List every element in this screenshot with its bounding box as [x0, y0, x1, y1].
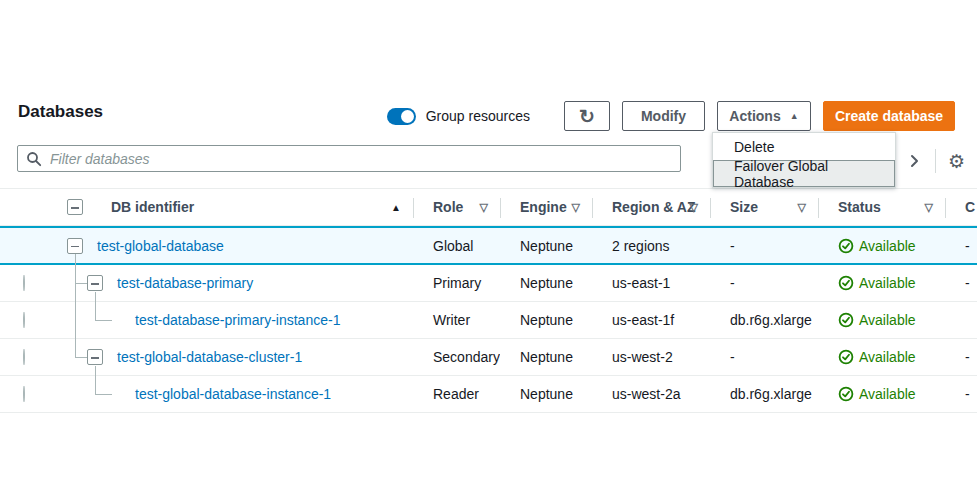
role-cell: Writer [413, 312, 500, 328]
status-badge: Available [859, 238, 916, 254]
header-engine-label: Engine [520, 199, 567, 215]
page-title: Databases [18, 102, 103, 122]
db-link[interactable]: test-database-primary-instance-1 [135, 312, 340, 328]
table-row[interactable]: test-global-database Global Neptune 2 re… [0, 226, 977, 265]
size-cell: db.r6g.xlarge [710, 386, 818, 402]
role-cell: Global [413, 238, 500, 254]
refresh-button[interactable]: ↻ [564, 101, 610, 131]
check-circle-icon [838, 275, 854, 291]
settings-gear-icon[interactable]: ⚙ [944, 152, 969, 171]
filter-databases-searchbox[interactable] [17, 145, 681, 172]
cpu-cell: - [945, 349, 977, 365]
column-divider [500, 198, 501, 218]
status-badge: Available [859, 386, 916, 402]
collapse-row-icon[interactable] [67, 238, 83, 254]
db-link[interactable]: test-global-database-instance-1 [135, 386, 331, 402]
header-size-label: Size [730, 199, 758, 215]
size-cell: - [710, 275, 818, 291]
status-cell: Available [818, 349, 945, 365]
column-divider [945, 198, 946, 218]
check-circle-icon [838, 238, 854, 254]
table-header-row: DB identifier ▲ Role ▽ Engine ▽ Region &… [0, 188, 977, 226]
engine-cell: Neptune [500, 312, 592, 328]
databases-page: Databases Group resources ↻ Modify Actio… [0, 0, 977, 488]
collapse-row-icon[interactable] [87, 349, 103, 365]
header-status-label: Status [838, 199, 881, 215]
region-cell: us-west-2a [592, 386, 710, 402]
role-cell: Primary [413, 275, 500, 291]
status-badge: Available [859, 275, 916, 291]
header-status[interactable]: Status ▽ [818, 189, 945, 225]
pagination-controls: ⚙ [902, 148, 969, 174]
engine-cell: Neptune [500, 386, 592, 402]
refresh-icon: ↻ [579, 107, 595, 126]
collapse-row-icon[interactable] [87, 275, 103, 291]
region-cell: 2 regions [592, 238, 710, 254]
sort-icon[interactable]: ▽ [572, 201, 580, 214]
db-link[interactable]: test-global-database-cluster-1 [117, 349, 302, 365]
db-link[interactable]: test-database-primary [117, 275, 253, 291]
column-divider [413, 198, 414, 218]
cpu-cell: - [945, 386, 977, 402]
menu-item-delete[interactable]: Delete [713, 133, 895, 160]
engine-cell: Neptune [500, 349, 592, 365]
filter-databases-input[interactable] [50, 151, 672, 167]
db-identifier-cell: test-database-primary-instance-1 [55, 312, 413, 328]
check-circle-icon [838, 312, 854, 328]
header-role[interactable]: Role ▽ [413, 189, 500, 225]
group-resources-toggle-group: Group resources [387, 108, 530, 125]
table-row[interactable]: test-global-database-instance-1 Reader N… [0, 376, 977, 413]
search-icon [26, 151, 42, 167]
sort-icon[interactable]: ▽ [480, 201, 488, 214]
chevron-right-icon [910, 154, 919, 168]
column-divider [592, 198, 593, 218]
create-database-button[interactable]: Create database [823, 101, 955, 131]
pager-divider [935, 149, 936, 173]
engine-cell: Neptune [500, 275, 592, 291]
actions-button[interactable]: Actions ▲ [717, 101, 811, 131]
row-radio[interactable] [23, 312, 25, 328]
region-cell: us-east-1f [592, 312, 710, 328]
header-db-identifier[interactable]: DB identifier ▲ [55, 189, 413, 225]
modify-button[interactable]: Modify [622, 101, 705, 131]
header-cpu-label: C [965, 199, 975, 215]
header-size[interactable]: Size ▽ [710, 189, 818, 225]
header-db-identifier-label: DB identifier [111, 199, 194, 215]
table-row[interactable]: test-database-primary Primary Neptune us… [0, 265, 977, 302]
db-identifier-cell: test-global-database [55, 238, 413, 254]
collapse-all-icon[interactable] [67, 199, 83, 215]
region-cell: us-west-2 [592, 349, 710, 365]
table-row[interactable]: test-global-database-cluster-1 Secondary… [0, 339, 977, 376]
role-cell: Secondary [413, 349, 500, 365]
size-cell: - [710, 349, 818, 365]
column-divider [710, 198, 711, 218]
group-resources-toggle[interactable] [387, 108, 416, 125]
db-identifier-cell: test-global-database-instance-1 [55, 386, 413, 402]
table-row[interactable]: test-database-primary-instance-1 Writer … [0, 302, 977, 339]
db-link[interactable]: test-global-database [97, 238, 224, 254]
menu-item-failover-global-database[interactable]: Failover Global Database [713, 160, 895, 187]
status-cell: Available [818, 386, 945, 402]
sort-icon[interactable]: ▽ [798, 201, 806, 214]
header-region-az-label: Region & AZ [612, 199, 695, 215]
cpu-cell: - [945, 275, 977, 291]
group-resources-label: Group resources [426, 108, 530, 124]
sort-icon[interactable]: ▽ [690, 201, 698, 214]
engine-cell: Neptune [500, 238, 592, 254]
row-radio[interactable] [23, 275, 25, 291]
next-page-button[interactable] [902, 150, 927, 172]
db-identifier-cell: test-global-database-cluster-1 [55, 349, 413, 365]
sort-ascending-icon[interactable]: ▲ [391, 202, 401, 213]
status-cell: Available [818, 312, 945, 328]
header-region-az[interactable]: Region & AZ ▽ [592, 189, 710, 225]
status-badge: Available [859, 349, 916, 365]
row-radio[interactable] [23, 386, 25, 402]
region-cell: us-east-1 [592, 275, 710, 291]
header-engine[interactable]: Engine ▽ [500, 189, 592, 225]
sort-icon[interactable]: ▽ [925, 201, 933, 214]
actions-button-label: Actions [729, 108, 780, 124]
role-cell: Reader [413, 386, 500, 402]
row-radio[interactable] [23, 349, 25, 365]
header-cpu[interactable]: C [945, 189, 977, 225]
size-cell: db.r6g.xlarge [710, 312, 818, 328]
